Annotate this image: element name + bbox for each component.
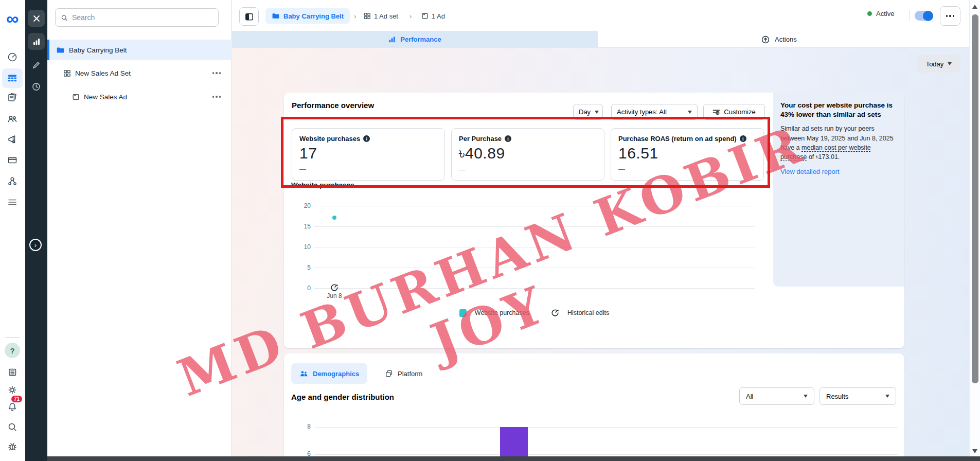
dark-toolbar: › [25, 0, 47, 461]
breadcrumb-ad[interactable]: 1 Ad [421, 8, 445, 24]
breakdown-all-dropdown[interactable]: All [739, 387, 814, 405]
breadcrumb-separator: › [354, 8, 356, 24]
gridline [314, 288, 755, 289]
vertical-scrollbar[interactable] [969, 0, 980, 456]
active-status-dot [867, 11, 872, 16]
breadcrumb-adset-label: 1 Ad set [374, 12, 398, 20]
tree-item-ad[interactable]: New Sales Ad [47, 86, 232, 107]
demographics-people-icon [299, 369, 308, 378]
tab-platform[interactable]: Platform [385, 363, 422, 384]
tree-item-options-icon[interactable] [212, 96, 221, 98]
day-dropdown-label: Day [579, 108, 591, 116]
tree-item-options-icon[interactable] [212, 72, 221, 74]
performance-bars-icon [388, 36, 396, 43]
gridline [314, 206, 755, 206]
audiences-icon[interactable] [2, 109, 23, 129]
meta-logo-icon[interactable]: ∞ [2, 8, 23, 29]
advertise-icon[interactable] [2, 130, 23, 149]
scroll-up-icon[interactable] [972, 5, 977, 9]
tip-heading: Your cost per website purchase is 43% lo… [780, 101, 897, 119]
customize-button[interactable]: Customize [703, 104, 765, 120]
scrollbar-thumb[interactable] [972, 14, 978, 383]
search-input[interactable] [55, 8, 219, 27]
more-options-icon[interactable] [940, 6, 960, 26]
platform-layers-icon [385, 369, 393, 378]
updates-icon[interactable] [2, 362, 23, 382]
ads-reporting-icon[interactable] [2, 47, 23, 67]
legend-swatch-teal [459, 309, 467, 317]
metric-results-label: Results [826, 393, 848, 400]
breakdown-all-label: All [746, 393, 753, 400]
metric-delta: — [299, 165, 437, 173]
y-axis-tick: 10 [294, 243, 311, 251]
tab-demographics[interactable]: Demographics [291, 363, 367, 384]
tab-performance-label: Performance [400, 36, 441, 43]
breadcrumb-adset[interactable]: 1 Ad set [364, 8, 398, 24]
active-toggle[interactable] [915, 11, 933, 21]
y-axis-tick: 0 [294, 285, 311, 292]
date-range-dropdown[interactable]: Today [917, 55, 960, 73]
bottom-window-edge [47, 456, 980, 461]
tree-item-label: New Sales Ad [84, 93, 127, 101]
breadcrumb-campaign[interactable]: Baby Carrying Belt [265, 8, 350, 24]
help-icon[interactable]: ? [5, 343, 20, 358]
notifications-bell-icon[interactable]: 71 [2, 397, 23, 417]
y-axis-tick: 20 [294, 202, 311, 209]
events-manager-icon[interactable] [2, 171, 23, 191]
header-divider [909, 10, 910, 21]
report-bug-icon[interactable] [2, 437, 23, 456]
campaigns-icon[interactable] [2, 68, 23, 88]
metric-delta: — [618, 165, 756, 173]
main-header: Baby Carrying Belt › 1 Ad set › 1 Ad Act… [232, 0, 980, 31]
search-field[interactable] [72, 13, 213, 22]
gridline [315, 454, 898, 455]
metric-label: Per Purchase [459, 135, 502, 143]
tree-item-campaign[interactable]: Baby Carrying Belt [47, 40, 232, 60]
rail-divider [5, 337, 20, 338]
edit-pencil-icon[interactable] [28, 57, 45, 74]
pages-icon[interactable] [2, 87, 23, 107]
tab-platform-label: Platform [398, 370, 422, 378]
metric-label: Website purchases [299, 135, 360, 143]
gridline [314, 247, 755, 247]
demographics-heading: Age and gender distribution [291, 393, 394, 401]
day-dropdown[interactable]: Day [573, 104, 603, 120]
status-badge: Active [867, 10, 894, 17]
y-axis-tick: 15 [294, 223, 311, 230]
customize-icon [712, 108, 720, 116]
data-point-website-purchases [332, 216, 336, 220]
chevron-down-icon [595, 111, 599, 114]
metric-results-dropdown[interactable]: Results [819, 387, 896, 405]
demographics-card: Demographics Platform Age and gender dis… [284, 353, 904, 456]
x-axis-tick: Jun 8 [319, 292, 350, 299]
tree-item-adset[interactable]: New Sales Ad Set [47, 63, 232, 83]
close-icon[interactable] [28, 10, 45, 27]
tree-item-label: New Sales Ad Set [75, 69, 131, 77]
tab-actions-label: Actions [775, 36, 797, 43]
info-icon[interactable] [740, 135, 746, 142]
card-title: Performance overview [292, 101, 374, 110]
expand-panel-chevron-icon[interactable]: › [29, 239, 42, 251]
ads-manager-app: ∞ [0, 0, 980, 461]
metric-label: Purchase ROAS (return on ad spend) [618, 135, 737, 143]
scroll-down-icon[interactable] [972, 449, 977, 453]
active-status-label: Active [876, 10, 894, 17]
info-icon[interactable] [505, 135, 511, 142]
chart-legend: Website purchases Historical edits [314, 309, 755, 317]
billing-icon[interactable] [2, 150, 23, 170]
tab-demographics-label: Demographics [313, 370, 359, 378]
collapse-sidebar-icon[interactable] [239, 7, 259, 26]
all-tools-menu-icon[interactable] [2, 192, 23, 212]
global-search-icon[interactable] [2, 417, 23, 437]
chart-bars-icon[interactable] [28, 33, 45, 50]
date-range-label: Today [926, 60, 944, 68]
legend-label: Website purchases [475, 309, 529, 316]
tab-performance[interactable]: Performance [232, 31, 598, 48]
history-clock-icon[interactable] [28, 78, 45, 95]
info-icon[interactable] [363, 135, 370, 142]
view-detailed-report-link[interactable]: View detailed report [780, 168, 840, 175]
legend-label: Historical edits [567, 309, 609, 316]
activity-types-dropdown[interactable]: Activity types: All [611, 104, 698, 120]
gridline [315, 427, 898, 428]
tab-actions[interactable]: Actions [761, 31, 797, 48]
